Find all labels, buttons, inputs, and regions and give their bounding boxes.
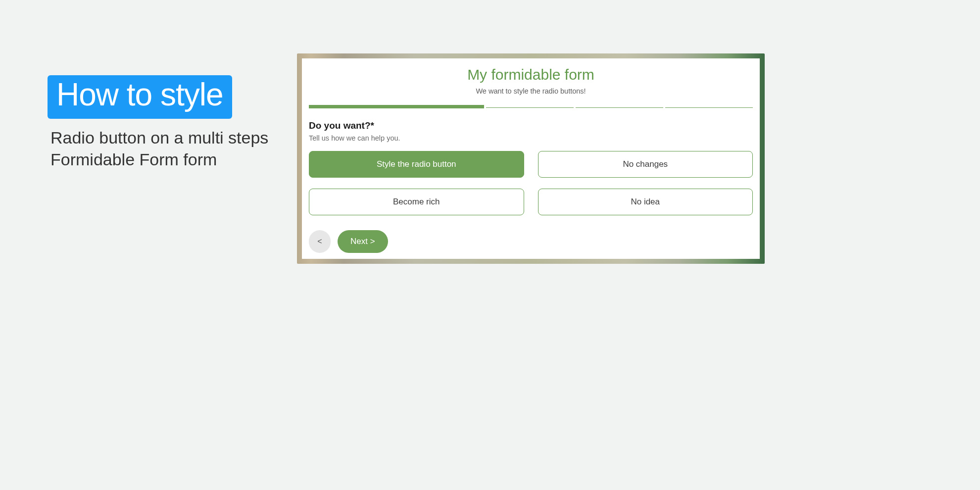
form-screenshot-frame: My formidable form We want to style the … (297, 53, 765, 264)
progress-step-2 (486, 105, 574, 108)
radio-option-no-idea[interactable]: No idea (538, 189, 753, 215)
prev-button[interactable]: < (309, 230, 331, 253)
radio-option-label: Become rich (393, 197, 440, 207)
form-nav-row: < Next > (309, 230, 753, 253)
radio-option-label: Style the radio button (377, 159, 456, 169)
progress-bar (309, 105, 753, 108)
radio-option-become-rich[interactable]: Become rich (309, 189, 524, 215)
radio-option-no-changes[interactable]: No changes (538, 151, 753, 178)
article-heading-block: How to style Radio button on a multi ste… (48, 75, 280, 170)
radio-option-label: No changes (623, 159, 668, 169)
radio-option-label: No idea (631, 197, 660, 207)
radio-option-style[interactable]: Style the radio button (309, 151, 524, 178)
radio-options-grid: Style the radio button No changes Become… (309, 151, 753, 215)
progress-step-4 (665, 105, 753, 108)
progress-step-3 (576, 105, 663, 108)
form-title: My formidable form (309, 66, 753, 83)
progress-step-1 (309, 105, 484, 108)
question-label: Do you want?* (309, 120, 753, 131)
form-description: We want to style the radio buttons! (309, 87, 753, 95)
article-subtitle: Radio button on a multi steps Formidable… (48, 127, 280, 170)
question-help-text: Tell us how we can help you. (309, 134, 753, 142)
form-card: My formidable form We want to style the … (302, 58, 760, 259)
next-button[interactable]: Next > (338, 230, 388, 253)
badge-how-to-style: How to style (48, 75, 232, 119)
